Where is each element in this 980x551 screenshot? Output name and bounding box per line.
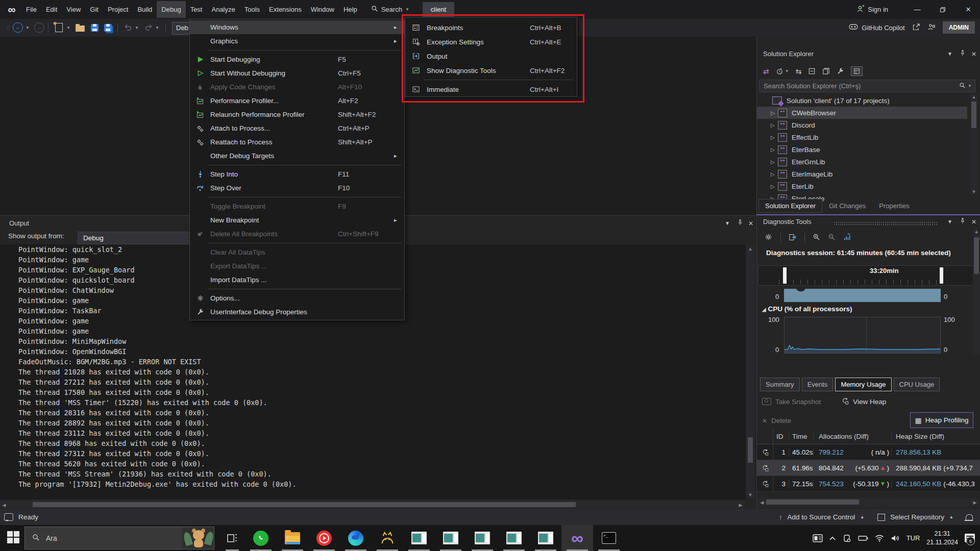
clock[interactable]: 21:3121.11.2024 — [926, 530, 958, 546]
menu-tools[interactable]: Tools — [240, 1, 264, 18]
debug-menu-item-other-debug-targets[interactable]: Other Debug Targets▸ — [190, 149, 404, 163]
taskbar-app-window-icon[interactable] — [403, 525, 435, 551]
phone-link-icon[interactable] — [842, 534, 851, 542]
snapshot-row-3[interactable]: 372.15s754.523(-50.319 ▼)242.160,50 KB(-… — [757, 476, 980, 492]
zoom-in-icon[interactable] — [813, 233, 820, 242]
debug-menu-item-start-without-debugging[interactable]: Start Without DebuggingCtrl+F5 — [190, 66, 404, 80]
heap-profiling-button[interactable]: ▦Heap Profiling — [910, 412, 973, 428]
pin-icon[interactable] — [960, 218, 966, 226]
window-position-icon[interactable]: ▼ — [725, 220, 730, 226]
navigate-back-dropdown[interactable]: ▼ — [24, 22, 31, 33]
language-indicator[interactable]: TUR — [906, 534, 920, 542]
project-row-effectlib[interactable]: ▷⁺⁺EffectLib — [757, 131, 967, 143]
windows-submenu-item-breakpoints[interactable]: BreakpointsCtrl+Alt+B — [405, 20, 577, 35]
open-file-button[interactable] — [75, 22, 86, 33]
diagnostic-horizontal-scrollbar[interactable]: ◀ ▶ — [758, 498, 979, 506]
restore-button[interactable] — [931, 0, 954, 19]
menu-file[interactable]: File — [21, 1, 41, 18]
select-repository-button[interactable]: Select Repository — [890, 513, 944, 521]
document-tab-client[interactable]: client — [423, 2, 454, 17]
taskbar-app-window-icon[interactable] — [467, 525, 498, 551]
debug-menu-item-new-breakpoint[interactable]: New Breakpoint▸ — [190, 213, 404, 227]
redo-button[interactable] — [143, 22, 154, 33]
expand-arrow-icon[interactable]: ▷ — [771, 184, 778, 189]
project-row-cwebbrowser[interactable]: ▷⁺⁺CWebBrowser — [757, 107, 967, 119]
menu-debug[interactable]: Debug — [157, 1, 185, 18]
search-box[interactable]: Search ▼ — [371, 5, 409, 14]
diagnostic-scrollbar[interactable]: ▲ — [973, 229, 980, 354]
menu-extensions[interactable]: Extensions — [264, 1, 306, 18]
notification-center-icon[interactable]: 5 — [965, 534, 975, 542]
close-icon[interactable]: ✕ — [971, 218, 976, 226]
collapse-all-icon[interactable] — [808, 67, 816, 75]
menu-edit[interactable]: Edit — [41, 1, 62, 18]
tab-memory-usage[interactable]: Memory Usage — [835, 378, 891, 391]
selection-left-handle[interactable] — [783, 267, 787, 284]
taskbar-file-explorer-icon[interactable] — [277, 525, 308, 551]
scope-icon[interactable] — [822, 67, 830, 75]
menu-project[interactable]: Project — [103, 1, 133, 18]
take-snapshot-button[interactable]: Take Snapshot — [762, 397, 821, 406]
new-file-button[interactable] — [53, 22, 64, 33]
undo-button[interactable] — [122, 22, 134, 33]
tree-scrollbar[interactable]: ▲ ▼ — [970, 94, 977, 194]
memory-timeline-chart[interactable] — [784, 287, 941, 302]
project-row-discord[interactable]: ▷⁺⁺Discord — [757, 119, 967, 131]
menu-view[interactable]: View — [62, 1, 85, 18]
taskbar-navicat-icon[interactable] — [372, 525, 403, 551]
taskbar-visual-studio-icon[interactable]: ∞ — [561, 525, 593, 551]
feedback-icon[interactable] — [927, 23, 936, 33]
windows-submenu-item-exception-settings[interactable]: Exception SettingsCtrl+Alt+E — [405, 35, 577, 49]
snapshot-row-1[interactable]: 145.02s799.212( n/a )278.856,13 KB — [757, 444, 980, 460]
pending-changes-filter-icon[interactable]: ▼ — [776, 67, 789, 75]
close-icon[interactable]: ✕ — [748, 220, 753, 227]
zoom-out-icon[interactable] — [828, 233, 836, 242]
debug-menu-item-delete-all-breakpoints[interactable]: Delete All BreakpointsCtrl+Shift+F9 — [190, 227, 404, 241]
expand-arrow-icon[interactable]: ▷ — [771, 135, 778, 140]
navigate-forward-button[interactable]: → — [34, 22, 45, 33]
windows-submenu-item-show-diagnostic-tools[interactable]: Show Diagnostic ToolsCtrl+Alt+F2 — [405, 63, 577, 78]
project-row-eterlib[interactable]: ▷⁺⁺EterLib — [757, 180, 967, 192]
github-copilot-button[interactable]: GitHub Copilot — [849, 23, 905, 32]
expand-arrow-icon[interactable]: ▷ — [771, 147, 778, 153]
taskbar-whatsapp-icon[interactable] — [245, 525, 277, 551]
expand-arrow-icon[interactable]: ▷ — [771, 159, 778, 165]
sync-with-active-document-icon[interactable]: ⇆ — [796, 67, 802, 76]
taskbar-app-window-icon[interactable] — [530, 525, 561, 551]
expand-arrow-icon[interactable]: ▷ — [771, 122, 778, 128]
task-view-button[interactable] — [220, 525, 244, 551]
windows-submenu-item-immediate[interactable]: ImmediateCtrl+Alt+I — [405, 82, 577, 96]
widgets-icon[interactable] — [813, 534, 823, 542]
volume-icon[interactable] — [891, 535, 900, 542]
debug-menu-item-step-over[interactable]: Step OverF10 — [190, 181, 404, 195]
snapshot-row-2[interactable]: 261.96s804.842(+5.630 ▲)288.590,84 KB(+9… — [757, 460, 980, 476]
preview-selected-items-icon[interactable] — [851, 66, 863, 76]
tab-cpu-usage[interactable]: CPU Usage — [894, 378, 940, 391]
pin-icon[interactable] — [960, 50, 966, 58]
add-to-source-control-button[interactable]: Add to Source Control — [788, 513, 855, 521]
properties-icon[interactable] — [837, 67, 844, 75]
taskbar-app-window-icon[interactable] — [435, 525, 467, 551]
debug-menu-item-windows[interactable]: Windows▸ — [190, 20, 404, 34]
menu-window[interactable]: Window — [306, 1, 339, 18]
debug-menu-item-step-into[interactable]: Step IntoF11 — [190, 167, 404, 181]
save-all-button[interactable] — [102, 22, 113, 33]
hidden-icons-chevron[interactable] — [829, 536, 836, 540]
debug-menu-item-options[interactable]: Options... — [190, 291, 404, 305]
project-row-etergrnlib[interactable]: ▷⁺⁺EterGrnLib — [757, 156, 967, 168]
close-icon[interactable]: ✕ — [971, 51, 976, 58]
window-position-icon[interactable]: ▼ — [947, 51, 952, 57]
feedback-bubble-icon[interactable] — [4, 513, 13, 521]
debug-menu-item-apply-code-changes[interactable]: Apply Code ChangesAlt+F10 — [190, 80, 404, 94]
taskbar-edge-icon[interactable] — [340, 525, 372, 551]
cpu-usage-chart[interactable] — [784, 317, 941, 354]
window-position-icon[interactable]: ▼ — [947, 219, 952, 224]
reset-view-chart-icon[interactable] — [843, 233, 851, 242]
cpu-section-header[interactable]: ◢ CPU (% of all processors) — [762, 305, 852, 313]
tab-properties[interactable]: Properties — [872, 199, 916, 213]
output-horizontal-scrollbar[interactable]: ◀ ▶ — [0, 500, 745, 509]
debug-menu-item-performance-profiler[interactable]: Performance Profiler...Alt+F2 — [190, 94, 404, 108]
settings-gear-icon[interactable] — [764, 233, 773, 243]
debug-menu-item-attach-to-process[interactable]: Attach to Process...Ctrl+Alt+P — [190, 121, 404, 135]
debug-menu-item-clear-all-datatips[interactable]: Clear All DataTips — [190, 245, 404, 259]
